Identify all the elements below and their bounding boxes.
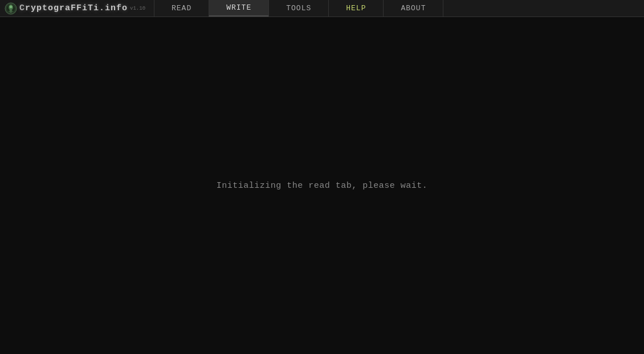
version-label: v1.10 <box>130 3 145 14</box>
svg-rect-5 <box>9 11 13 12</box>
svg-point-3 <box>10 5 13 8</box>
logo-area: CryptograFFiTi.info v1.10 <box>0 2 154 15</box>
nav-tabs: READ WRITE TOOLS HELP ABOUT <box>154 0 644 17</box>
tab-read[interactable]: READ <box>154 0 209 17</box>
navbar: CryptograFFiTi.info v1.10 READ WRITE TOO… <box>0 0 644 17</box>
tab-about[interactable]: ABOUT <box>383 0 443 17</box>
logo-icon <box>5 2 17 15</box>
tab-help[interactable]: HELP <box>328 0 383 17</box>
tab-tools[interactable]: TOOLS <box>268 0 328 17</box>
tab-write[interactable]: WRITE <box>209 0 268 17</box>
logo-text: CryptograFFiTi.info <box>19 3 128 13</box>
main-content: Initializing the read tab, please wait. <box>0 17 644 354</box>
status-message: Initializing the read tab, please wait. <box>217 181 428 191</box>
